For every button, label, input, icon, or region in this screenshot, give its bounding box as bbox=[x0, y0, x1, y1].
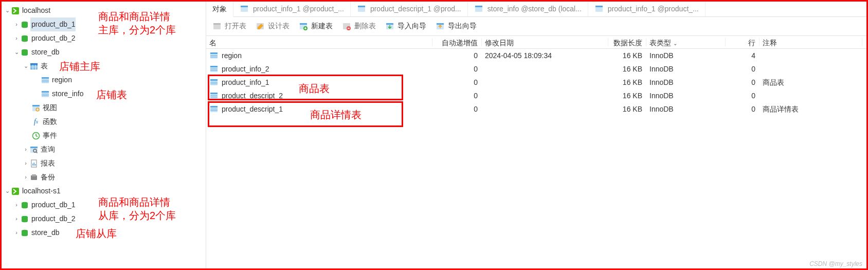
chevron-right-icon[interactable]: › bbox=[22, 156, 29, 170]
table-label: region bbox=[51, 73, 72, 87]
chevron-down-icon[interactable]: ⌄ bbox=[22, 59, 29, 73]
new-table-button[interactable]: 新建表 bbox=[295, 18, 337, 34]
table-row[interactable]: product_info_2016 KBInnoDB0 bbox=[206, 62, 866, 76]
chevron-right-icon[interactable]: › bbox=[13, 198, 20, 212]
tab-product_info_1[interactable]: product_info_1 @product_... bbox=[233, 1, 351, 16]
import-wizard-button[interactable]: 导入向导 bbox=[381, 18, 430, 34]
svg-line-23 bbox=[36, 136, 38, 137]
col-data-size[interactable]: 数据长度 bbox=[608, 36, 646, 48]
tab-label: product_info_1 @product_... bbox=[253, 1, 344, 16]
table-icon bbox=[209, 78, 219, 87]
col-name[interactable]: 名 bbox=[206, 36, 432, 48]
cell-size: 16 KB bbox=[608, 89, 646, 102]
tree-functions[interactable]: fx 函数 bbox=[2, 115, 206, 129]
tree-conn-localhost-s1[interactable]: ⌄ localhost-s1 bbox=[2, 184, 206, 198]
tree-conn-localhost[interactable]: ⌄ localhost bbox=[2, 4, 206, 17]
tab-objects[interactable]: 对象 bbox=[206, 2, 233, 17]
table-icon bbox=[209, 51, 219, 60]
table-list-header: 名 自动递增值 修改日期 数据长度 表类型⌄ 行 注释 bbox=[206, 35, 866, 49]
open-table-button[interactable]: 打开表 bbox=[208, 18, 250, 34]
tree-views[interactable]: 视图 bbox=[2, 101, 206, 115]
main-panel: 对象 product_info_1 @product_... product_d… bbox=[206, 2, 866, 268]
tree-db-label: product_db_1 bbox=[30, 198, 76, 212]
tree-db-store_db-s1[interactable]: › store_db bbox=[2, 226, 206, 240]
tree-conn-label: localhost bbox=[21, 4, 50, 17]
table-row[interactable]: product_info_1016 KBInnoDB0商品表 bbox=[206, 76, 866, 89]
tree-db-product_db_2[interactable]: › product_db_2 bbox=[2, 31, 206, 45]
chevron-right-icon[interactable]: › bbox=[22, 170, 29, 184]
tree-db-product_db_1-s1[interactable]: › product_db_1 bbox=[2, 198, 206, 212]
folder-label: 函数 bbox=[42, 115, 57, 129]
cell-size: 16 KB bbox=[608, 49, 646, 62]
chevron-right-icon[interactable]: › bbox=[22, 142, 29, 156]
table-label: store_info bbox=[51, 87, 83, 101]
chevron-down-icon[interactable]: ⌄ bbox=[13, 45, 20, 59]
svg-rect-62 bbox=[210, 52, 218, 54]
table-row[interactable]: region02024-04-05 18:09:3416 KBInnoDB4 bbox=[206, 49, 866, 62]
import-icon bbox=[385, 22, 394, 31]
col-modify-date[interactable]: 修改日期 bbox=[482, 36, 608, 48]
tree-backup[interactable]: › 备份 bbox=[2, 170, 206, 184]
tab-product_info_1b[interactable]: product_info_1 @product_... bbox=[588, 1, 706, 16]
tab-label: 对象 bbox=[212, 2, 227, 16]
cell-size: 16 KB bbox=[608, 62, 646, 76]
export-wizard-button[interactable]: 导出向导 bbox=[431, 18, 481, 34]
tree-table-store_info[interactable]: store_info bbox=[2, 87, 206, 101]
col-auto-increment[interactable]: 自动递增值 bbox=[432, 36, 482, 48]
database-icon bbox=[20, 34, 29, 43]
event-icon bbox=[31, 131, 41, 140]
svg-rect-58 bbox=[386, 23, 393, 25]
cell-name: product_descript_2 bbox=[222, 89, 283, 102]
table-row[interactable]: product_descript_1016 KBInnoDB0商品详情表 bbox=[206, 102, 866, 116]
chevron-right-icon[interactable]: › bbox=[13, 17, 20, 31]
col-rows[interactable]: 行 bbox=[726, 36, 760, 48]
cell-type: InnoDB bbox=[646, 76, 726, 89]
tab-product_descript_1[interactable]: product_descript_1 @prod... bbox=[351, 1, 468, 16]
connection-icon bbox=[11, 187, 20, 196]
cell-rows: 0 bbox=[726, 102, 760, 116]
tree-db-product_db_2-s1[interactable]: › product_db_2 bbox=[2, 212, 206, 226]
tab-bar: 对象 product_info_1 @product_... product_d… bbox=[206, 2, 866, 17]
svg-rect-50 bbox=[300, 23, 307, 25]
cell-type: InnoDB bbox=[646, 62, 726, 76]
cell-rows: 0 bbox=[726, 76, 760, 89]
cell-rows: 0 bbox=[726, 89, 760, 102]
tree-table-region[interactable]: region bbox=[2, 73, 206, 87]
report-icon bbox=[29, 159, 39, 168]
cell-comment: 商品详情表 bbox=[760, 102, 862, 116]
chevron-down-icon[interactable]: ⌄ bbox=[4, 4, 11, 17]
chevron-right-icon[interactable]: › bbox=[13, 226, 20, 240]
new-table-icon bbox=[299, 22, 308, 31]
table-row[interactable]: product_descript_2016 KBInnoDB0 bbox=[206, 89, 866, 102]
svg-rect-29 bbox=[32, 164, 33, 166]
tree-db-label: product_db_1 bbox=[30, 17, 76, 31]
chevron-down-icon[interactable]: ⌄ bbox=[4, 184, 11, 198]
tree-events[interactable]: 事件 bbox=[2, 129, 206, 142]
chevron-right-icon[interactable]: › bbox=[13, 31, 20, 45]
tree-db-store_db[interactable]: ⌄ store_db bbox=[2, 45, 206, 59]
cell-auto: 0 bbox=[432, 102, 482, 116]
cell-name: product_info_1 bbox=[222, 76, 269, 89]
tree-reports[interactable]: › 报表 bbox=[2, 156, 206, 170]
tab-store_info[interactable]: store_info @store_db (local... bbox=[468, 1, 588, 16]
col-comment[interactable]: 注释 bbox=[760, 36, 862, 48]
connection-tree-panel: ⌄ localhost › product_db_1 › product_db_… bbox=[2, 2, 206, 268]
cell-comment: 商品表 bbox=[760, 76, 862, 89]
table-icon bbox=[209, 104, 219, 114]
cell-size: 16 KB bbox=[608, 102, 646, 116]
chevron-right-icon[interactable]: › bbox=[13, 212, 20, 226]
svg-rect-39 bbox=[241, 6, 248, 7]
svg-rect-41 bbox=[358, 6, 365, 7]
tree-db-product_db_1[interactable]: › product_db_1 bbox=[2, 17, 206, 31]
view-icon bbox=[31, 103, 41, 113]
delete-table-button[interactable]: 删除表 bbox=[338, 18, 380, 34]
cell-rows: 4 bbox=[726, 49, 760, 62]
cell-date: 2024-04-05 18:09:34 bbox=[482, 49, 608, 62]
object-toolbar: 打开表 设计表 新建表 删除表 导入向导 导出向导 bbox=[206, 17, 866, 35]
design-table-button[interactable]: 设计表 bbox=[251, 18, 294, 34]
table-icon bbox=[357, 4, 366, 13]
cell-type: InnoDB bbox=[646, 89, 726, 102]
tree-tables-folder[interactable]: ⌄ 表 bbox=[2, 59, 206, 73]
col-table-type[interactable]: 表类型⌄ bbox=[646, 36, 726, 48]
tree-queries[interactable]: › 查询 bbox=[2, 142, 206, 156]
